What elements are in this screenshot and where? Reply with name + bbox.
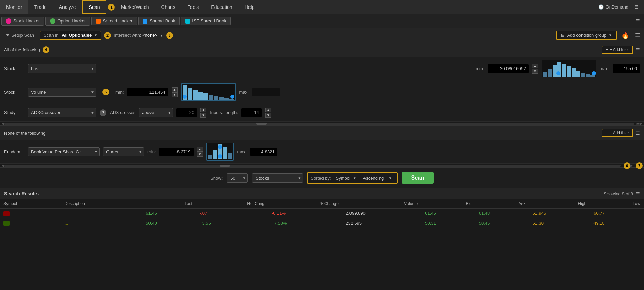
nav-analyze[interactable]: Analyze	[53, 0, 82, 14]
filter-stepper-3[interactable]: ▲ ▼	[200, 108, 206, 118]
filter-direction-select[interactable]: above	[139, 108, 173, 117]
none-add-filter-button[interactable]: + + Add filter	[602, 129, 633, 137]
scan-button[interactable]: Scan	[402, 172, 434, 184]
filter-criterion-1-wrap[interactable]: Last	[28, 64, 96, 73]
filter-stepper-1[interactable]: ▲ ▼	[532, 64, 538, 74]
results-menu-icon[interactable]: ☰	[636, 191, 640, 196]
filter-criterion-2-select[interactable]: Volume	[28, 88, 96, 97]
nav-charts[interactable]: Charts	[155, 0, 181, 14]
tab-spread-hacker[interactable]: Spread Hacker	[91, 17, 137, 25]
nav-tools[interactable]: Tools	[182, 0, 205, 14]
filter-icon: ⊞	[561, 33, 565, 38]
stepper-down-3b[interactable]: ▼	[265, 113, 271, 118]
help-button-adx[interactable]: ?	[100, 109, 106, 116]
scroll-track-1[interactable]	[4, 123, 634, 125]
stepper-up-3[interactable]: ▲	[200, 108, 206, 112]
scroll-grip[interactable]	[636, 123, 640, 125]
filter-criterion-1-select[interactable]: Last	[28, 64, 96, 73]
none-of-following-scrollbar[interactable]: ◀ 6 ▶ 7	[0, 164, 644, 168]
filter-min-input-2[interactable]	[127, 88, 168, 96]
sort-symbol-wrap[interactable]: Symbol Last Volume	[334, 174, 358, 182]
scroll-left-arrow[interactable]: ◀	[1, 122, 4, 125]
add-condition-group-button[interactable]: ⊞ Add condition group ▼	[556, 31, 617, 40]
stepper-up-fundam[interactable]: ▲	[197, 147, 203, 152]
add-filter-button[interactable]: + + Add filter	[602, 46, 633, 54]
toolbar-menu-icon[interactable]: ☰	[634, 32, 641, 39]
stepper-up-2[interactable]: ▲	[172, 87, 178, 92]
nav-education[interactable]: Education	[205, 0, 238, 14]
sub-nav-menu-icon[interactable]: ☰	[633, 18, 643, 24]
slider-max-dot-fundam[interactable]	[218, 145, 222, 149]
filter-stepper-2[interactable]: ▲ ▼	[172, 87, 178, 97]
tab-stock-hacker[interactable]: Stock Hacker	[1, 17, 44, 26]
filter-fundam-criterion-select[interactable]: Book Value Per Share Gr...	[28, 147, 100, 156]
filter-length-value[interactable]	[241, 108, 262, 117]
nav-scan[interactable]: Scan	[82, 0, 107, 14]
nav-trade[interactable]: Trade	[28, 0, 53, 14]
scroll-right-arrow-2[interactable]: ▶	[630, 164, 633, 167]
stepper-up-1[interactable]: ▲	[532, 64, 538, 68]
filter-direction-wrap[interactable]: above	[139, 108, 173, 117]
ise-spread-book-icon	[185, 19, 190, 24]
slider-min-dot-fundam[interactable]	[218, 154, 222, 158]
all-of-following-scrollbar[interactable]: ◀ ▶	[0, 122, 644, 126]
filter-fundam-max-input[interactable]	[250, 148, 277, 156]
show-type-wrap[interactable]: Stocks Options	[252, 173, 303, 183]
show-count-select[interactable]: 50 100 200	[227, 173, 248, 183]
stepper-up-3b[interactable]: ▲	[265, 108, 271, 112]
tab-ise-spread-book[interactable]: ISE Spread Book	[181, 17, 231, 25]
scroll-thumb-2[interactable]	[220, 165, 230, 167]
intersect-label: Intersect with: <none> ▼	[114, 33, 163, 38]
scroll-track-2[interactable]	[4, 165, 621, 167]
sort-order-select[interactable]: Ascending Descending	[361, 174, 394, 182]
filter-criterion-3-select[interactable]: ADXCrossover	[28, 108, 96, 117]
hamburger-icon[interactable]: ☰	[632, 3, 641, 11]
flame-button[interactable]: 🔥	[619, 32, 631, 39]
scroll-left-arrow-2[interactable]: ◀	[1, 164, 4, 167]
none-of-following-title: None of the following	[4, 131, 45, 136]
nav-help[interactable]: Help	[239, 0, 261, 14]
filter-fundam-min-input[interactable]	[159, 148, 194, 156]
table-row[interactable]: 61.46 -.07 -0.11% 2,099,890 61.45 61.48 …	[0, 209, 644, 218]
scroll-thumb-1[interactable]	[256, 123, 267, 125]
filter-min-input-1[interactable]	[488, 64, 529, 73]
tab-spread-book[interactable]: Spread Book	[138, 17, 180, 25]
filter-max-input-2[interactable]	[252, 88, 280, 96]
nav-monitor[interactable]: Monitor	[0, 0, 28, 14]
filter-stepper-fundam[interactable]: ▲ ▼	[197, 147, 203, 157]
filter-fundam-period-select[interactable]: Current	[103, 147, 144, 156]
table-row[interactable]: ... 50.40 +3.55 +7.58% 232,695 50.31 50.…	[0, 218, 644, 228]
filter-fundam-criterion-wrap[interactable]: Book Value Per Share Gr...	[28, 147, 100, 156]
col-low: Low	[590, 199, 644, 209]
sort-symbol-select[interactable]: Symbol Last Volume	[334, 174, 358, 182]
stepper-down-1[interactable]: ▼	[532, 69, 538, 74]
stepper-down-3[interactable]: ▼	[200, 113, 206, 118]
setup-scan-button[interactable]: ▼ Setup Scan	[3, 31, 37, 39]
filter-stepper-3b[interactable]: ▲ ▼	[265, 108, 271, 118]
scroll-right-arrow[interactable]: ▶	[640, 122, 643, 125]
sub-nav-right: ☰	[633, 18, 643, 24]
filter-fundam-period-wrap[interactable]: Current	[103, 147, 144, 156]
filter-type-study: Study	[4, 110, 25, 115]
filter-criterion-3-wrap[interactable]: ADXCrossover	[28, 108, 96, 117]
stepper-down-fundam[interactable]: ▼	[197, 152, 203, 157]
filter-max-input-1[interactable]	[613, 64, 640, 73]
stock-hacker-icon	[6, 18, 11, 24]
none-section-menu-icon[interactable]: ☰	[636, 131, 640, 136]
show-type-select[interactable]: Stocks Options	[252, 173, 303, 183]
slider-max-dot-2[interactable]	[230, 95, 234, 99]
slider-max-dot-1[interactable]	[592, 71, 596, 75]
sort-order-wrap[interactable]: Ascending Descending	[361, 174, 394, 182]
nav-marketwatch[interactable]: MarketWatch	[115, 0, 155, 14]
stepper-down-2[interactable]: ▼	[172, 92, 178, 97]
show-count-wrap[interactable]: 50 100 200	[227, 173, 248, 183]
ondemand[interactable]: 🕐 OnDemand	[598, 4, 628, 10]
filter-section-menu-icon[interactable]: ☰	[636, 47, 640, 52]
slider-min-dot-2[interactable]	[183, 95, 187, 99]
filter-criterion-2-wrap[interactable]: Volume	[28, 88, 96, 97]
tab-option-hacker[interactable]: Option Hacker	[45, 17, 90, 26]
filter-type-fundam: Fundam.	[4, 149, 25, 154]
scan-in-selector[interactable]: Scan in: All Optionable ▼	[40, 31, 101, 40]
filter-adx-value[interactable]	[176, 108, 197, 117]
slider-min-dot-1[interactable]	[556, 71, 560, 75]
